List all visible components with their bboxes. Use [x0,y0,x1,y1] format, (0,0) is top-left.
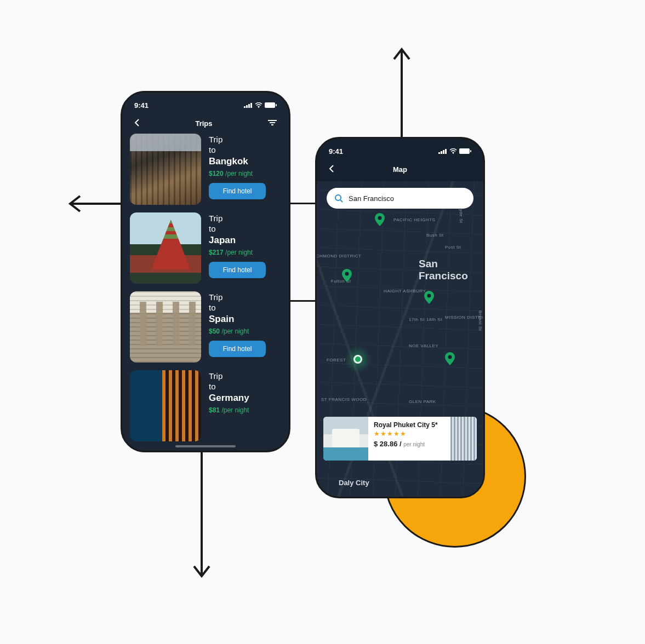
status-bar: 9:41 [122,93,289,111]
trip-line1: Trip [209,135,281,145]
trip-row[interactable]: Trip to Germany $81 /per night [130,370,281,441]
arrow-down [191,449,213,580]
find-hotel-button[interactable]: Find hotel [209,341,266,357]
hotel-title: Royal Phuket City 5* [374,421,445,429]
trip-price: $81 /per night [209,406,281,414]
trip-info: Trip to Germany $81 /per night [209,370,281,414]
footer-city-label: Daly City [317,479,483,487]
trip-line2: to [209,382,281,392]
svg-rect-13 [438,152,440,154]
status-icons [244,102,277,108]
phone-map: 9:41 Map PACIFIC HEIGHTS Bush St Post St… [315,137,485,498]
district-label: HAIGHT ASHBURY [384,289,416,294]
location-dot-icon [353,355,362,364]
street-label: 17th St [409,317,425,322]
hotel-body: Royal Phuket City 5* ★★★★★ $ 28.86 / per… [368,417,450,461]
svg-point-7 [258,107,259,108]
svg-point-24 [335,195,341,200]
wifi-icon [449,148,457,154]
street-label: Bush St [426,233,444,238]
map-pin[interactable] [342,269,352,282]
svg-rect-3 [244,106,246,108]
phone-trips: 9:41 Trips Trip to Bangkok $120 /per nig… [121,91,290,452]
trip-line2: to [209,224,281,234]
nav-title: Trips [140,119,268,128]
filter-button[interactable] [268,119,277,128]
street-label: 18th St [426,317,442,322]
connector-line [288,300,319,302]
trip-line1: Trip [209,292,281,303]
hotel-price: $ 28.86 / per night [374,440,445,448]
trip-price: $50 /per night [209,327,281,335]
svg-point-23 [448,355,452,359]
trip-info: Trip to Bangkok $120 /per night Find hot… [209,134,281,199]
street-label: Post St [445,245,461,250]
district-label: ST FRANCIS WOOD [321,397,354,402]
svg-rect-6 [250,103,252,108]
trip-price: $217 /per night [209,249,281,256]
trip-line2: to [209,303,281,313]
trip-destination: Bangkok [209,156,281,168]
wifi-icon [255,102,262,108]
status-icons [438,148,471,154]
arrow-up [391,45,413,143]
trip-info: Trip to Japan $217 /per night Find hotel [209,212,281,278]
trip-info: Trip to Spain $50 /per night Find hotel [209,291,281,357]
trip-price: $120 /per night [209,170,281,177]
chevron-left-icon [329,165,334,173]
trip-image-bangkok [130,134,201,205]
trip-row[interactable]: Trip to Bangkok $120 /per night Find hot… [130,134,281,205]
svg-point-20 [378,216,382,220]
hotel-image-secondary [450,417,477,461]
trip-destination: Germany [209,392,281,404]
find-hotel-button[interactable]: Find hotel [209,183,266,199]
current-location[interactable] [344,346,372,373]
district-label: GLEN PARK [409,399,436,404]
trip-image-germany [130,370,201,441]
trip-destination: Japan [209,234,281,246]
signal-icon [244,102,253,108]
arrow-left [66,193,126,215]
hotel-card[interactable]: Royal Phuket City 5* ★★★★★ $ 28.86 / per… [323,417,477,461]
status-time: 9:41 [134,101,149,110]
trip-line1: Trip [209,371,281,382]
nav-title: Map [334,165,466,174]
back-button[interactable] [134,119,140,128]
status-bar: 9:41 [317,139,483,157]
hotel-stars: ★★★★★ [374,430,445,438]
district-label: NOE VALLEY [409,343,438,348]
svg-rect-19 [470,150,471,152]
svg-point-17 [453,153,454,154]
status-time: 9:41 [329,147,343,156]
map-pin[interactable] [424,291,434,304]
search-input[interactable]: San Francisco [327,188,473,209]
trip-line1: Trip [209,214,281,224]
district-label: MISSION DISTRICT [445,315,472,320]
svg-rect-18 [459,148,470,154]
svg-rect-4 [246,105,248,108]
trip-row[interactable]: Trip to Japan $217 /per night Find hotel [130,212,281,284]
map-pin[interactable] [375,213,385,226]
svg-point-22 [427,294,431,298]
find-hotel-button[interactable]: Find hotel [209,262,266,278]
signal-icon [438,148,447,154]
nav-bar: Trips [122,111,289,134]
home-indicator [175,445,236,447]
svg-rect-8 [265,102,275,108]
trip-image-japan [130,212,201,284]
back-button[interactable] [329,165,334,174]
svg-rect-16 [445,149,447,154]
svg-rect-15 [443,150,444,154]
map-pin[interactable] [445,352,455,365]
hotel-image [323,417,368,461]
district-label: PACIFIC HEIGHTS [393,217,435,222]
trip-image-spain [130,291,201,363]
trip-destination: Spain [209,313,281,325]
trips-list: Trip to Bangkok $120 /per night Find hot… [122,134,289,441]
battery-icon [459,148,471,154]
street-label: Bryant St [478,311,483,331]
trip-line2: to [209,145,281,156]
search-icon [334,194,343,203]
trip-row[interactable]: Trip to Spain $50 /per night Find hotel [130,291,281,363]
nav-bar: Map [317,157,483,180]
